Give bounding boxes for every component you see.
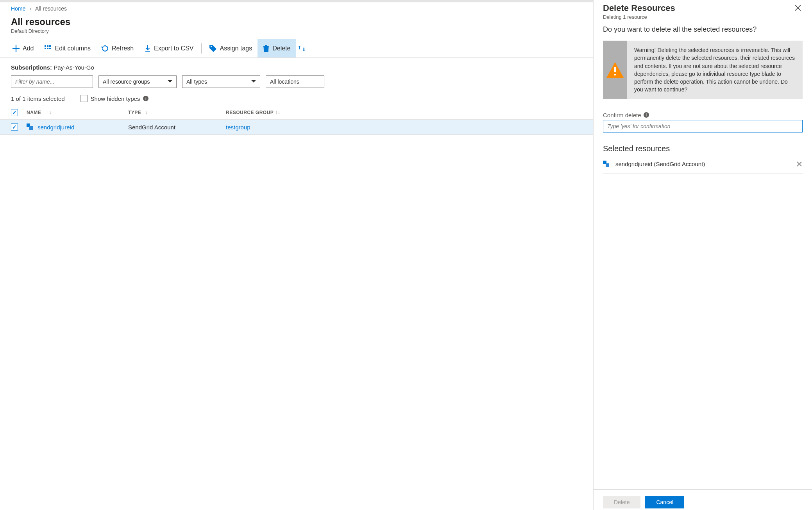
- svg-rect-3: [45, 48, 46, 49]
- filter-name-input[interactable]: [11, 75, 93, 88]
- breadcrumb-current: All resources: [35, 5, 67, 12]
- sort-icon: ↑↓: [143, 110, 148, 115]
- delete-resources-blade: Delete Resources Deleting 1 resource Do …: [593, 0, 812, 510]
- select-all-checkbox[interactable]: [11, 109, 18, 116]
- resource-icon: [27, 123, 34, 131]
- edit-columns-label: Edit columns: [55, 45, 91, 52]
- tag-icon: [209, 45, 216, 52]
- export-csv-label: Export to CSV: [154, 45, 193, 52]
- svg-point-7: [211, 46, 212, 47]
- refresh-button[interactable]: Refresh: [96, 39, 139, 57]
- resource-name-link[interactable]: sendgridjureid: [38, 124, 74, 131]
- warning-icon: [606, 62, 624, 78]
- cancel-button[interactable]: Cancel: [645, 496, 684, 508]
- info-icon[interactable]: i: [143, 96, 148, 101]
- blade-header: All resources Default Directory: [0, 15, 593, 39]
- status-row: 1 of 1 items selected Show hidden types …: [0, 93, 593, 106]
- show-hidden-label: Show hidden types: [91, 95, 140, 102]
- svg-rect-10: [614, 67, 616, 72]
- resource-groups-select[interactable]: All resource groups: [98, 75, 177, 88]
- plus-icon: [13, 45, 20, 52]
- side-title: Delete Resources: [603, 3, 675, 13]
- col-header-name[interactable]: NAME↑↓: [27, 110, 128, 115]
- svg-rect-9: [265, 45, 267, 46]
- assign-tags-button[interactable]: Assign tags: [204, 39, 258, 57]
- subscriptions-row: Subscriptions: Pay-As-You-Go: [0, 58, 593, 74]
- confirm-delete-input[interactable]: [603, 120, 803, 132]
- side-body: Do you want to delete all the selected r…: [594, 25, 812, 489]
- svg-rect-11: [614, 74, 616, 75]
- side-subtitle: Deleting 1 resource: [603, 14, 675, 20]
- selected-resource-row: sendgridjureid (SendGrid Account) ✕: [603, 155, 803, 174]
- all-resources-blade: Home › All resources All resources Defau…: [0, 0, 593, 510]
- row-checkbox[interactable]: [11, 123, 18, 131]
- warning-icon-container: [603, 41, 627, 99]
- edit-columns-button[interactable]: Edit columns: [39, 39, 96, 57]
- svg-rect-2: [49, 45, 51, 47]
- svg-rect-5: [49, 48, 51, 49]
- confirm-label-row: Confirm delete i: [603, 112, 803, 118]
- toolbar: Add Edit columns Refresh Export to CSV A…: [0, 39, 593, 58]
- locations-select[interactable]: All locations: [266, 75, 324, 88]
- delete-button-label: Delete: [272, 45, 290, 52]
- svg-rect-4: [47, 48, 48, 49]
- col-header-type[interactable]: TYPE↑↓: [128, 110, 226, 115]
- breadcrumb: Home › All resources: [0, 2, 593, 15]
- resource-type: SendGrid Account: [128, 124, 226, 131]
- confirm-question: Do you want to delete all the selected r…: [603, 25, 803, 34]
- close-button[interactable]: [793, 3, 803, 13]
- types-label: All types: [186, 79, 207, 85]
- add-button-label: Add: [23, 45, 34, 52]
- warning-box: Warning! Deleting the selected resources…: [603, 41, 803, 99]
- selection-count: 1 of 1 items selected: [11, 95, 65, 102]
- delete-button[interactable]: Delete: [258, 39, 296, 57]
- breadcrumb-separator: ›: [29, 5, 31, 12]
- warning-text: Warning! Deleting the selected resources…: [627, 41, 803, 99]
- confirm-label: Confirm delete: [603, 112, 641, 118]
- more-button[interactable]: [296, 39, 308, 57]
- info-icon[interactable]: i: [644, 112, 649, 118]
- chevron-down-icon: [251, 80, 256, 83]
- page-subtitle: Default Directory: [11, 28, 582, 34]
- resource-icon: [603, 161, 610, 168]
- add-button[interactable]: Add: [7, 39, 39, 57]
- svg-rect-0: [45, 45, 46, 47]
- col-header-rg[interactable]: RESOURCE GROUP↑↓: [226, 110, 582, 115]
- selected-resources-heading: Selected resources: [603, 144, 803, 153]
- svg-rect-1: [47, 45, 48, 47]
- side-footer: Delete Cancel: [594, 489, 812, 510]
- breadcrumb-home[interactable]: Home: [11, 5, 25, 12]
- sort-icon: ↑↓: [47, 110, 52, 115]
- page-title: All resources: [11, 16, 582, 27]
- columns-icon: [45, 45, 52, 52]
- subscriptions-label: Subscriptions:: [11, 64, 52, 71]
- selected-resource-text: sendgridjureid (SendGrid Account): [615, 161, 705, 167]
- table-header: NAME↑↓ TYPE↑↓ RESOURCE GROUP↑↓: [0, 106, 593, 120]
- sort-icon: ↑↓: [275, 110, 280, 115]
- confirm-delete-button[interactable]: Delete: [603, 496, 640, 508]
- types-select[interactable]: All types: [182, 75, 260, 88]
- show-hidden-checkbox[interactable]: [80, 95, 88, 102]
- resource-group-link[interactable]: testgroup: [226, 124, 250, 131]
- subscriptions-value: Pay-As-You-Go: [54, 64, 94, 71]
- resources-table: NAME↑↓ TYPE↑↓ RESOURCE GROUP↑↓ sendgridj…: [0, 106, 593, 135]
- refresh-label: Refresh: [112, 45, 134, 52]
- refresh-icon: [102, 45, 109, 52]
- side-header: Delete Resources Deleting 1 resource: [594, 0, 812, 25]
- close-icon: [795, 5, 801, 11]
- trash-icon: [263, 45, 269, 52]
- table-row[interactable]: sendgridjureid SendGrid Account testgrou…: [0, 120, 593, 135]
- svg-rect-8: [263, 46, 269, 47]
- resource-groups-label: All resource groups: [103, 79, 150, 85]
- assign-tags-label: Assign tags: [220, 45, 252, 52]
- toolbar-separator: [201, 43, 202, 54]
- svg-rect-6: [145, 51, 150, 52]
- export-csv-button[interactable]: Export to CSV: [139, 39, 199, 57]
- download-icon: [145, 45, 151, 52]
- chevron-down-icon: [168, 80, 172, 83]
- remove-resource-button[interactable]: ✕: [796, 159, 803, 169]
- swap-icon: [298, 45, 305, 52]
- locations-label: All locations: [270, 79, 299, 85]
- filters-row: All resource groups All types All locati…: [0, 74, 593, 93]
